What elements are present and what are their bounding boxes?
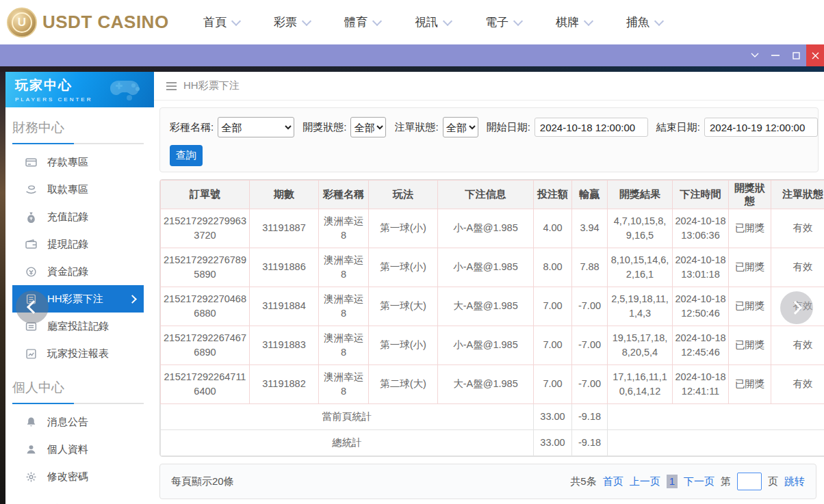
- chevron-down-icon: [751, 53, 759, 58]
- sidebar-item-player-bet-report[interactable]: 玩家投注報表: [12, 340, 144, 367]
- sidebar-item-recharge-record[interactable]: 充值記錄: [12, 203, 144, 230]
- cell-winloss: -7.00: [572, 365, 608, 404]
- close-icon: [812, 52, 819, 59]
- sidebar-item-deposit[interactable]: 存款專區: [12, 148, 144, 176]
- cell-order-id: 2152172922647116400: [161, 365, 250, 404]
- chevron-right-icon: [788, 301, 802, 315]
- header-lottery-name: 彩種名稱: [319, 181, 369, 209]
- nav-item-sports[interactable]: 體育: [344, 14, 381, 30]
- per-page-text: 每頁顯示20條: [171, 475, 234, 488]
- scroll-right-button[interactable]: [780, 291, 813, 324]
- header-bet-amount: 投注額: [534, 181, 572, 209]
- current-page-indicator[interactable]: 1: [667, 475, 678, 488]
- end-date-input[interactable]: [704, 118, 818, 137]
- cell-play-type: 第一球(大): [369, 287, 438, 326]
- sidebar-item-notices[interactable]: 消息公告: [12, 408, 144, 436]
- chevron-down-icon: [654, 16, 664, 25]
- draw-status-select[interactable]: 全部: [350, 117, 386, 137]
- nav-item-fishing[interactable]: 捕魚: [626, 14, 662, 30]
- cell-bet-time: 2024-10-18 12:45:46: [673, 326, 729, 365]
- cell-lottery-name: 澳洲幸运8: [319, 365, 369, 404]
- sidebar-menu-finance: 存款專區 取款專區 充值記錄 提現記錄 資金記錄 HH彩票下注: [5, 148, 154, 367]
- window-close-button[interactable]: [806, 44, 824, 66]
- cell-order-id: 2152172922767895890: [161, 248, 250, 287]
- nav-item-lottery[interactable]: 彩票: [274, 14, 310, 30]
- nav-item-home[interactable]: 首頁: [203, 14, 240, 30]
- sidebar-item-label: 取款專區: [47, 183, 88, 196]
- sidebar-item-withdraw-record[interactable]: 提現記錄: [12, 230, 144, 258]
- cell-lottery-name: 澳洲幸运8: [319, 248, 369, 287]
- window-maximize-button[interactable]: [786, 44, 806, 66]
- cell-order-status: 有效: [771, 248, 824, 287]
- cell-draw-status: 已開獎: [729, 326, 771, 365]
- cell-bet-info: 大-A盤@1.985: [438, 365, 534, 404]
- sidebar: 玩家中心 PLAYERS CENTER 財務中心 存款專區 取款專區 充值記: [5, 72, 154, 504]
- nav-item-live[interactable]: 視訊: [415, 14, 451, 30]
- start-date-input[interactable]: [535, 118, 648, 137]
- nav-item-slots[interactable]: 電子: [485, 14, 522, 30]
- cell-play-type: 第二球(大): [369, 365, 438, 404]
- search-button[interactable]: 查詢: [170, 145, 203, 166]
- cell-bet-amount: 7.00: [534, 365, 572, 404]
- summary-empty: [608, 404, 824, 430]
- sidebar-item-change-password[interactable]: 修改密碼: [12, 463, 144, 490]
- chevron-left-icon: [27, 300, 40, 314]
- sidebar-item-label: 修改密碼: [47, 470, 88, 483]
- jump-link[interactable]: 跳转: [784, 475, 805, 488]
- sidebar-item-funds-record[interactable]: 資金記錄: [12, 258, 144, 285]
- section-underline: [12, 403, 144, 404]
- next-page-link[interactable]: 下一页: [684, 475, 714, 488]
- app-window: 玩家中心 PLAYERS CENTER 財務中心 存款專區 取款專區 充值記: [5, 72, 824, 504]
- pagination-controls: 共5条 首页 上一页 1 下一页 第 页 跳转: [570, 473, 805, 490]
- window-dropdown-button[interactable]: [745, 44, 765, 66]
- cell-period: 31191886: [250, 248, 319, 287]
- lottery-name-label: 彩種名稱:: [170, 121, 214, 134]
- cell-order-id: 2152172922704686880: [161, 287, 250, 326]
- cell-play-type: 第一球(小): [369, 326, 438, 365]
- summary-bet-amount: 33.00: [534, 404, 572, 430]
- nav-label: 首頁: [203, 14, 227, 30]
- sidebar-item-withdraw[interactable]: 取款專區: [12, 176, 144, 203]
- cell-order-status: 有效: [771, 209, 824, 248]
- cell-play-type: 第一球(小): [369, 248, 438, 287]
- hamburger-menu-icon[interactable]: [166, 82, 177, 90]
- cell-bet-amount: 4.00: [534, 209, 572, 248]
- chevron-down-icon: [231, 16, 241, 25]
- nav-item-cards[interactable]: 棋牌: [556, 14, 592, 30]
- bets-table: 訂單號 期數 彩種名稱 玩法 下注信息 投注額 輸贏 開獎結果 下注時間 開獎狀…: [160, 180, 824, 456]
- header-period: 期數: [250, 181, 319, 209]
- page-number-input[interactable]: [737, 473, 762, 490]
- sidebar-item-label: 提現記錄: [47, 238, 88, 251]
- cell-draw-result: 17,1,16,11,10,6,14,12: [608, 365, 673, 404]
- first-page-link[interactable]: 首页: [603, 475, 623, 488]
- table-row: 2152172922674676890 31191883 澳洲幸运8 第一球(小…: [161, 326, 824, 365]
- summary-winloss: -9.18: [572, 430, 608, 456]
- cell-order-id: 2152172922799633720: [161, 209, 250, 248]
- cell-bet-info: 小-A盤@1.985: [438, 248, 534, 287]
- cell-winloss: 3.94: [572, 209, 608, 248]
- table-header-row: 訂單號 期數 彩種名稱 玩法 下注信息 投注額 輸贏 開獎結果 下注時間 開獎狀…: [161, 181, 824, 209]
- wallet-icon: [25, 239, 37, 250]
- order-status-select[interactable]: 全部: [443, 117, 478, 137]
- cell-order-status: 有效: [771, 326, 824, 365]
- prev-page-link[interactable]: 上一页: [630, 475, 660, 488]
- scroll-left-button[interactable]: [16, 291, 49, 323]
- breadcrumb-bar: HH彩票下注: [154, 72, 824, 101]
- cell-winloss: -7.00: [572, 326, 608, 365]
- coin-letter: U: [12, 12, 32, 33]
- chevron-down-icon: [443, 16, 452, 25]
- logo[interactable]: U USDT CASINO: [7, 8, 168, 38]
- header-draw-status: 開獎狀態: [729, 181, 771, 209]
- window-minimize-button[interactable]: [765, 44, 786, 66]
- chevron-down-icon: [513, 16, 523, 25]
- cell-draw-status: 已開獎: [729, 248, 771, 287]
- cell-period: 31191884: [250, 287, 319, 326]
- sidebar-item-profile[interactable]: 個人資料: [12, 436, 144, 463]
- lottery-name-select[interactable]: 全部: [218, 117, 294, 137]
- cell-bet-time: 2024-10-18 12:50:46: [673, 287, 729, 326]
- cell-draw-result: 4,7,10,15,8,9,16,5: [608, 209, 673, 248]
- cell-order-id: 2152172922674676890: [161, 326, 250, 365]
- cell-bet-amount: 7.00: [534, 287, 572, 326]
- cell-bet-time: 2024-10-18 13:01:18: [673, 248, 729, 287]
- header-play-type: 玩法: [369, 181, 438, 209]
